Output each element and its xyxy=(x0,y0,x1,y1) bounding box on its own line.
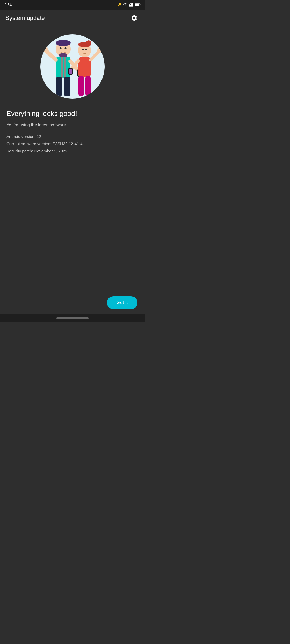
svg-rect-6 xyxy=(140,4,141,5)
svg-rect-35 xyxy=(78,76,84,96)
android-version: Android version: 12 xyxy=(6,133,82,140)
status-bar: 2:54 🔑 xyxy=(0,0,145,10)
svg-line-17 xyxy=(43,44,44,47)
svg-rect-2 xyxy=(131,4,132,7)
svg-rect-23 xyxy=(64,77,70,96)
main-content: Everything looks good! You're using the … xyxy=(0,26,145,155)
svg-rect-14 xyxy=(64,57,66,78)
illustration-container xyxy=(6,34,139,99)
nav-bar xyxy=(0,314,145,322)
svg-rect-13 xyxy=(61,57,63,78)
wifi-icon xyxy=(123,3,127,7)
key-icon: 🔑 xyxy=(117,3,121,7)
svg-point-26 xyxy=(86,40,91,46)
svg-line-32 xyxy=(100,45,100,47)
latest-software-text: You're using the latest software. xyxy=(6,123,67,127)
svg-line-31 xyxy=(98,45,99,48)
svg-point-8 xyxy=(56,40,71,46)
nav-indicator xyxy=(56,317,89,319)
status-icons: 🔑 xyxy=(117,3,141,7)
signal-icon xyxy=(129,3,133,7)
success-headline: Everything looks good! xyxy=(6,109,77,118)
battery-icon xyxy=(135,3,141,7)
svg-line-29 xyxy=(91,51,99,60)
svg-point-16 xyxy=(42,47,48,52)
svg-rect-22 xyxy=(56,77,62,96)
svg-rect-3 xyxy=(132,3,133,7)
svg-rect-36 xyxy=(85,76,91,96)
security-patch: Security patch: November 1, 2022 xyxy=(6,147,82,155)
svg-line-18 xyxy=(45,43,46,47)
system-info: Android version: 12 Current software ver… xyxy=(6,133,82,155)
software-version: Current software version: S3SH32.12-41-4 xyxy=(6,140,82,147)
svg-line-15 xyxy=(46,50,56,60)
got-it-button[interactable]: Got it xyxy=(107,296,137,309)
status-time: 2:54 xyxy=(4,3,12,7)
settings-icon xyxy=(131,14,138,21)
svg-rect-1 xyxy=(130,5,131,6)
settings-button[interactable] xyxy=(129,13,140,23)
svg-point-10 xyxy=(60,47,62,49)
page-title: System update xyxy=(5,14,45,21)
svg-point-11 xyxy=(65,47,67,49)
svg-rect-27 xyxy=(78,57,91,77)
celebration-illustration xyxy=(40,34,105,99)
svg-rect-34 xyxy=(69,69,72,74)
app-header: System update xyxy=(0,10,145,26)
svg-rect-12 xyxy=(56,57,70,78)
svg-point-30 xyxy=(97,48,102,53)
svg-rect-5 xyxy=(135,4,139,6)
svg-rect-0 xyxy=(129,5,130,7)
illustration-circle xyxy=(40,34,105,99)
